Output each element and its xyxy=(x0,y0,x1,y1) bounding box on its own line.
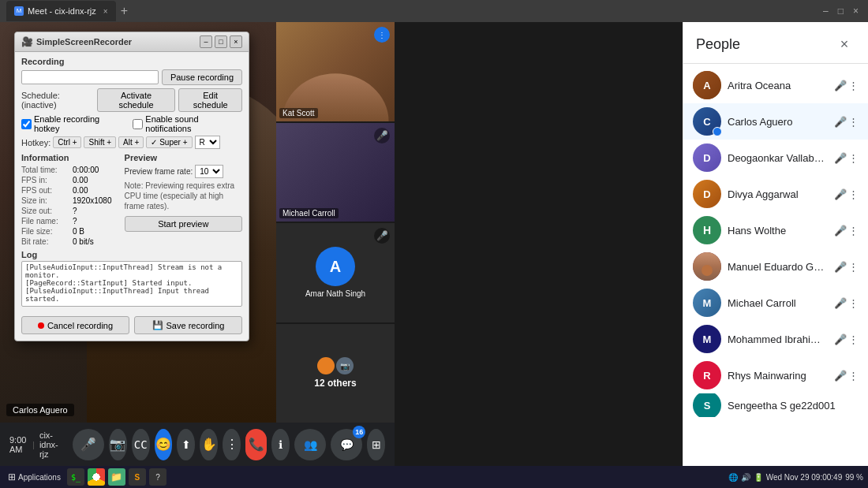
browser-chrome: M Meet - cix-idnx-rjz × + – □ × xyxy=(0,0,868,22)
ssr-hotkey-ctrl: Ctrl + xyxy=(53,136,81,148)
person-item-manuel[interactable]: Manuel Eduardo Gantiv... 🎤 ⋮ xyxy=(683,248,868,285)
ssr-title: SimpleScreenRecorder xyxy=(36,37,132,47)
people-button-wrap: 👥 xyxy=(294,429,326,460)
person-item-mohammed[interactable]: M Mohammed Ibrahim M ... 🎤 ⋮ xyxy=(683,321,868,357)
video-thumb-michael[interactable]: 🎤 Michael Carroll xyxy=(276,123,395,222)
ssr-preview-rate-select[interactable]: 10 xyxy=(195,165,223,178)
person-actions-michael: 🎤 ⋮ xyxy=(834,297,859,309)
more-icon-manuel: ⋮ xyxy=(848,261,859,273)
mic-muted-icon-deogaonkar: 🎤 xyxy=(834,152,847,164)
ssr-preview-note: Note: Previewing requires extra CPU time… xyxy=(125,181,242,211)
taskbar-network-icon: 🌐 xyxy=(728,473,738,482)
time-separator: | xyxy=(32,440,35,449)
ssr-hotkey-alt: Alt + xyxy=(118,136,144,148)
ssr-app-icon: 🎥 xyxy=(21,36,33,47)
ssr-edit-schedule-btn[interactable]: Edit schedule xyxy=(178,88,242,112)
ssr-recording-hotkey-checkbox[interactable]: Enable recording hotkey xyxy=(21,114,123,133)
ssr-log-label: Log xyxy=(21,250,242,259)
person-name-manuel: Manuel Eduardo Gantiv... xyxy=(728,261,828,273)
browser-tab-meet[interactable]: M Meet - cix-idnx-rjz × xyxy=(6,1,116,21)
panel-title: People xyxy=(696,36,740,53)
chat-badge: 16 xyxy=(353,426,365,438)
window-controls: – □ × xyxy=(820,6,862,17)
ssr-pause-input[interactable] xyxy=(21,70,159,84)
taskbar-files[interactable]: 📁 xyxy=(108,468,125,486)
present-button[interactable]: ⬆ xyxy=(177,429,195,460)
more-icon-carlos: ⋮ xyxy=(848,116,859,128)
avatar-mohammed: M xyxy=(693,325,721,353)
taskbar-chrome[interactable] xyxy=(88,468,105,486)
more-button[interactable]: ⋮ xyxy=(223,429,241,460)
person-item-sengeetha[interactable]: S Sengeetha S ge22d001 xyxy=(683,393,868,417)
people-button[interactable]: 👥 xyxy=(294,429,326,460)
avatar-aritra: A xyxy=(693,71,721,99)
ssr-preview-header: Preview xyxy=(125,153,242,162)
person-name-michael: Michael Carroll xyxy=(728,297,828,309)
ssr-start-preview-btn[interactable]: Start preview xyxy=(125,216,242,232)
person-item-michael[interactable]: M Michael Carroll 🎤 ⋮ xyxy=(683,285,868,321)
ssr-preview-rate-label: Preview frame rate: xyxy=(125,167,193,176)
meeting-time: 9:00 AM xyxy=(9,435,28,454)
avatar-carlos: C xyxy=(693,107,721,136)
emoji-button[interactable]: 😊 xyxy=(155,429,173,460)
end-call-button[interactable]: 📞 xyxy=(245,429,267,460)
ssr-hotkey-shift: Shift + xyxy=(84,136,116,148)
more-icon-rhys: ⋮ xyxy=(848,370,859,382)
taskbar-apps-btn[interactable]: ⊞ Applications xyxy=(5,470,64,484)
captions-button[interactable]: CC xyxy=(132,429,150,460)
person-item-carlos[interactable]: C Carlos Aguero 🎤 ⋮ xyxy=(683,103,868,140)
ssr-dialog: 🎥 SimpleScreenRecorder – □ × Recording P… xyxy=(14,32,249,341)
info-button[interactable]: ℹ xyxy=(271,429,290,460)
person-actions-deogaonkar: 🎤 ⋮ xyxy=(834,152,859,164)
person-name-sengeetha: Sengeetha S ge22d001 xyxy=(728,400,859,412)
ssr-maximize-btn[interactable]: □ xyxy=(215,35,227,48)
tab-favicon-meet: M xyxy=(14,6,24,16)
person-actions-manuel: 🎤 ⋮ xyxy=(834,261,859,273)
ssr-sound-notifications-checkbox[interactable]: Enable sound notifications xyxy=(133,114,242,133)
taskbar-sublimetext[interactable]: S xyxy=(129,468,146,486)
main-video-label: Carlos Aguero xyxy=(6,404,74,416)
ssr-hotkey-key[interactable]: R xyxy=(195,136,220,149)
ssr-minimize-btn[interactable]: – xyxy=(200,35,212,48)
person-item-rhys[interactable]: R Rhys Mainwaring 🎤 ⋮ xyxy=(683,357,868,393)
more-icon-deogaonkar: ⋮ xyxy=(848,152,859,164)
mic-button[interactable]: 🎤 xyxy=(73,429,104,460)
taskbar-terminal[interactable]: $_ xyxy=(67,468,84,486)
hand-button[interactable]: ✋ xyxy=(200,429,218,460)
taskbar-other[interactable]: ? xyxy=(149,468,166,486)
person-item-aritra[interactable]: A Aritra Oceana 🎤 ⋮ xyxy=(683,67,868,103)
video-thumb-amar[interactable]: 🎤 A Amar Nath Singh xyxy=(276,223,395,322)
video-thumb-kat[interactable]: ⋮ Kat Scott xyxy=(276,22,395,121)
avatar-divya: D xyxy=(693,180,721,208)
ssr-cancel-recording-btn[interactable]: Cancel recording xyxy=(21,316,129,334)
thumb-mute-amar: 🎤 xyxy=(374,228,390,244)
tab-close-meet[interactable]: × xyxy=(103,7,108,16)
video-thumbnail-column: ⋮ Kat Scott 🎤 Michael Carroll 🎤 A Amar N… xyxy=(276,22,395,423)
ssr-log-textarea[interactable] xyxy=(21,261,242,307)
tab-add[interactable]: + xyxy=(121,4,128,18)
panel-close-button[interactable]: × xyxy=(833,33,855,55)
ssr-activate-schedule-btn[interactable]: Activate schedule xyxy=(97,88,176,112)
people-list: A Aritra Oceana 🎤 ⋮ C Carlos Aguero 🎤 ⋮ xyxy=(683,64,868,466)
person-actions-divya: 🎤 ⋮ xyxy=(834,188,859,200)
maximize-btn[interactable]: □ xyxy=(835,6,847,17)
camera-button[interactable]: 📷 xyxy=(109,429,127,460)
ssr-save-recording-btn[interactable]: 💾 Save recording xyxy=(134,316,242,334)
activities-button[interactable]: ⊞ xyxy=(367,429,385,460)
avatar-sengeetha: S xyxy=(693,393,721,417)
close-btn[interactable]: × xyxy=(850,6,862,17)
ssr-win-buttons: – □ × xyxy=(200,35,242,48)
person-item-deogaonkar[interactable]: D Deogaonkar Vallabh Vin... 🎤 ⋮ xyxy=(683,140,868,176)
video-thumb-others[interactable]: 📷 12 others xyxy=(276,324,395,423)
person-item-divya[interactable]: D Divya Aggarwal 🎤 ⋮ xyxy=(683,176,868,212)
ssr-pause-btn[interactable]: Pause recording xyxy=(162,69,242,85)
ssr-close-btn[interactable]: × xyxy=(230,35,242,48)
person-item-hans[interactable]: H Hans Wolthe 🎤 ⋮ xyxy=(683,212,868,248)
panel-header: People × xyxy=(683,22,868,64)
minimize-btn[interactable]: – xyxy=(820,6,832,17)
avatar-hans: H xyxy=(693,216,721,244)
taskbar-datetime: Wed Nov 29 09:00:49 xyxy=(766,473,843,482)
thumb-label-michael: Michael Carroll xyxy=(279,208,339,218)
person-name-divya: Divya Aggarwal xyxy=(728,188,828,200)
person-name-aritra: Aritra Oceana xyxy=(728,80,828,91)
